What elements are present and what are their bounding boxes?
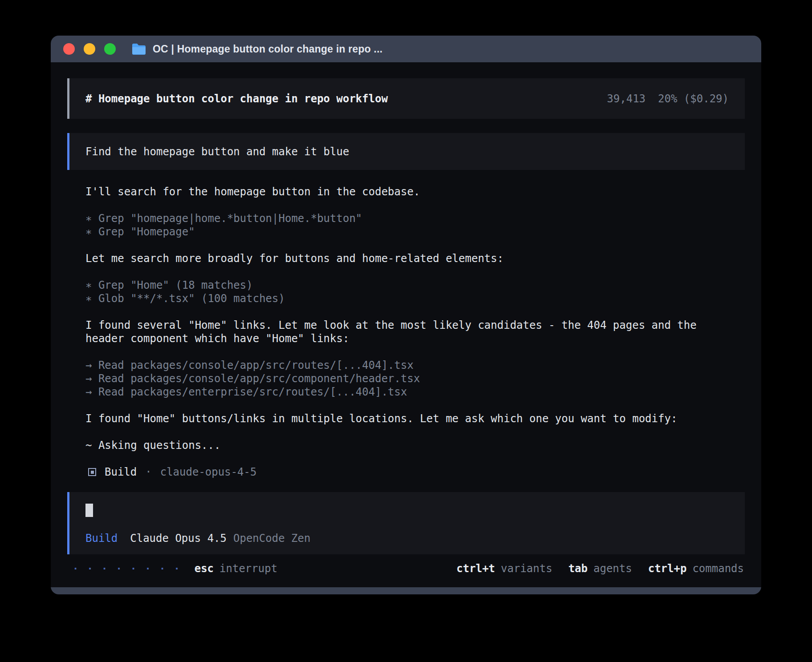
assistant-text-line: I'll search for the homepage button in t… bbox=[85, 185, 727, 198]
input-agent-name[interactable]: Build bbox=[85, 532, 118, 545]
session-stats: 39,413 20% ($0.29) bbox=[607, 93, 729, 105]
assistant-text-line: I found "Home" buttons/links in multiple… bbox=[85, 412, 727, 425]
tool-call-line: → Read packages/enterprise/src/routes/[.… bbox=[85, 385, 727, 399]
terminal-body: # Homepage button color change in repo w… bbox=[51, 62, 761, 587]
input-model-name[interactable]: Claude Opus 4.5 bbox=[130, 532, 227, 545]
shortcut-commands[interactable]: ctrl+pcommands bbox=[648, 562, 744, 575]
user-message: Find the homepage button and make it blu… bbox=[67, 133, 745, 170]
session-title: # Homepage button color change in repo w… bbox=[85, 93, 388, 105]
square-dot-icon bbox=[88, 468, 96, 476]
tool-call-line: ∗ Grep "homepage|home.*button|Home.*butt… bbox=[85, 212, 727, 225]
message-group: Let me search more broadly for buttons a… bbox=[85, 252, 727, 265]
input-meta: Build Claude Opus 4.5 OpenCode Zen bbox=[85, 532, 729, 545]
spinner-dots: · · · · · · · · bbox=[73, 563, 181, 574]
terminal-window: OC | Homepage button color change in rep… bbox=[51, 36, 761, 594]
model-id: claude-opus-4-5 bbox=[160, 466, 257, 478]
tool-call-line: → Read packages/console/app/src/routes/[… bbox=[85, 359, 727, 372]
message-group: ~ Asking questions... bbox=[85, 439, 727, 452]
message-group: I found "Home" buttons/links in multiple… bbox=[85, 412, 727, 425]
conversation-area: I'll search for the homepage button in t… bbox=[67, 170, 745, 479]
shortcut-key: ctrl+p bbox=[648, 562, 687, 575]
context-usage: 20% ($0.29) bbox=[658, 93, 729, 105]
message-group: I found several "Home" links. Let me loo… bbox=[85, 319, 727, 345]
prompt-input[interactable]: Build Claude Opus 4.5 OpenCode Zen bbox=[67, 492, 745, 554]
shortcut-label: interrupt bbox=[219, 562, 277, 575]
text-cursor bbox=[85, 504, 93, 517]
input-provider-name: OpenCode Zen bbox=[233, 532, 310, 545]
message-group: → Read packages/console/app/src/routes/[… bbox=[85, 359, 727, 399]
shortcut-key: esc bbox=[195, 562, 214, 575]
agent-status-line: Build · claude-opus-4-5 bbox=[85, 465, 727, 479]
close-window-button[interactable] bbox=[63, 43, 75, 55]
user-message-text: Find the homepage button and make it blu… bbox=[85, 145, 349, 158]
window-title: OC | Homepage button color change in rep… bbox=[153, 43, 382, 55]
status-bar-left: · · · · · · · · esc interrupt bbox=[68, 562, 277, 575]
shortcut-key: tab bbox=[568, 562, 588, 575]
assistant-text-line: header component which have "Home" links… bbox=[85, 332, 727, 345]
token-count: 39,413 bbox=[607, 93, 646, 105]
message-group: I'll search for the homepage button in t… bbox=[85, 185, 727, 198]
shortcut-variants[interactable]: ctrl+tvariants bbox=[456, 562, 552, 575]
shortcut-key: ctrl+t bbox=[456, 562, 495, 575]
message-group: ∗ Grep "Home" (18 matches)∗ Glob "**/*.t… bbox=[85, 279, 727, 305]
titlebar[interactable]: OC | Homepage button color change in rep… bbox=[51, 36, 761, 62]
shortcut-label: variants bbox=[501, 562, 552, 575]
minimize-window-button[interactable] bbox=[84, 43, 95, 55]
shortcut-label: agents bbox=[593, 562, 632, 575]
tool-call-line: ∗ Grep "Homepage" bbox=[85, 225, 727, 238]
zoom-window-button[interactable] bbox=[104, 43, 116, 55]
shortcut-agents[interactable]: tabagents bbox=[568, 562, 632, 575]
agent-name: Build bbox=[105, 466, 137, 478]
tool-call-line: ∗ Glob "**/*.tsx" (100 matches) bbox=[85, 292, 727, 305]
footer-shortcuts: ctrl+tvariantstabagentsctrl+pcommands bbox=[456, 562, 744, 575]
message-group: ∗ Grep "homepage|home.*button|Home.*butt… bbox=[85, 212, 727, 238]
tool-call-line: ∗ Grep "Home" (18 matches) bbox=[85, 279, 727, 292]
assistant-text-line: I found several "Home" links. Let me loo… bbox=[85, 319, 727, 332]
traffic-lights bbox=[63, 43, 116, 55]
status-bar: · · · · · · · · esc interrupt ctrl+tvari… bbox=[67, 561, 745, 576]
assistant-text-line: ~ Asking questions... bbox=[85, 439, 727, 452]
shortcut-label: commands bbox=[692, 562, 744, 575]
folder-icon bbox=[132, 43, 146, 55]
shortcut-interrupt[interactable]: esc interrupt bbox=[195, 562, 277, 575]
status-separator: · bbox=[145, 466, 151, 478]
tool-call-line: → Read packages/console/app/src/componen… bbox=[85, 372, 727, 385]
session-header: # Homepage button color change in repo w… bbox=[67, 78, 745, 119]
desktop: OC | Homepage button color change in rep… bbox=[0, 0, 812, 662]
conversation: I'll search for the homepage button in t… bbox=[85, 185, 727, 452]
assistant-text-line: Let me search more broadly for buttons a… bbox=[85, 252, 727, 265]
